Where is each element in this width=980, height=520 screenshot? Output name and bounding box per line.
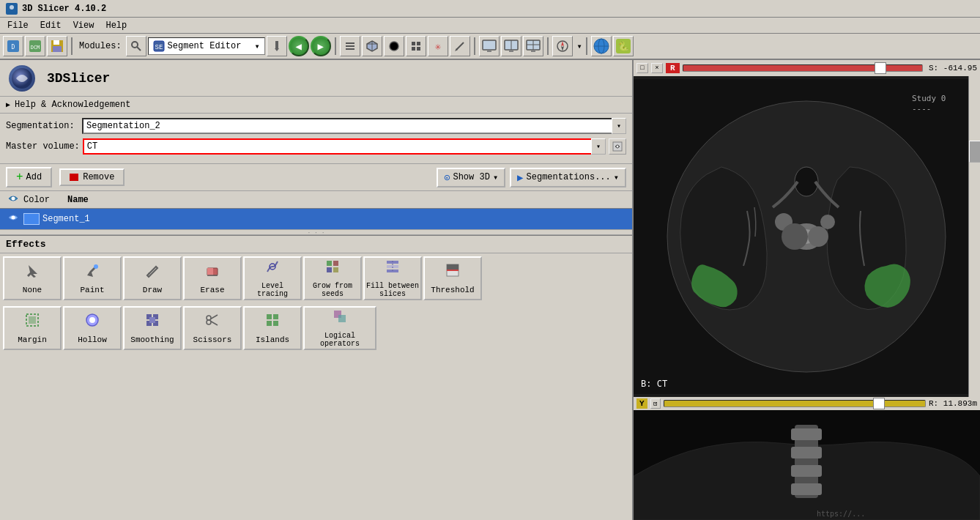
grid-btn[interactable] bbox=[406, 36, 426, 56]
ct-close-btn[interactable]: □ bbox=[636, 63, 648, 73]
module-dropdown-arrow[interactable]: ▾ bbox=[254, 41, 259, 52]
ct-y-label: Y bbox=[636, 398, 647, 409]
ct-red-slider-thumb[interactable] bbox=[875, 62, 886, 74]
pencil-btn[interactable] bbox=[450, 36, 470, 56]
ct-lower-view[interactable]: https://... bbox=[634, 410, 980, 520]
snake-btn[interactable]: 🐍 bbox=[613, 36, 634, 56]
show3d-icon: ⊙ bbox=[444, 171, 450, 184]
nav-forward-btn[interactable]: ▶ bbox=[311, 36, 331, 56]
help-section[interactable]: ▶ Help & Acknowledgement bbox=[0, 97, 632, 114]
effects-panel: Effects None bbox=[0, 235, 632, 353]
segmentation-dropdown-arrow[interactable]: ▾ bbox=[612, 118, 626, 134]
svg-text:----: ---- bbox=[912, 104, 932, 114]
none-icon bbox=[24, 262, 40, 283]
col-color-header: Color bbox=[23, 195, 67, 205]
master-volume-input[interactable] bbox=[83, 138, 591, 155]
level-tracing-label: Level tracing bbox=[245, 282, 300, 298]
remove-button[interactable]: Remove bbox=[59, 168, 125, 186]
svg-point-51 bbox=[12, 216, 15, 220]
svg-text:Study 0: Study 0 bbox=[912, 94, 946, 103]
ct-red-slider[interactable] bbox=[683, 64, 923, 72]
monitor2-btn[interactable] bbox=[501, 36, 521, 56]
level-tracing-icon bbox=[264, 259, 281, 279]
app-title: 3D Slicer 4.10.2 bbox=[22, 4, 106, 14]
menu-edit[interactable]: Edit bbox=[36, 19, 66, 32]
ct-header: □ × R S: -614.95 bbox=[634, 60, 980, 76]
compass-dropdown[interactable]: ▾ bbox=[577, 41, 582, 52]
row-vis-icon[interactable] bbox=[3, 212, 23, 226]
ct-yellow-slider-thumb[interactable] bbox=[873, 398, 885, 409]
ct-image-area[interactable]: Study 0 ---- B: CT bbox=[634, 76, 980, 397]
effect-level-tracing-btn[interactable]: Level tracing bbox=[243, 256, 302, 300]
effect-draw-btn[interactable]: Draw bbox=[123, 256, 182, 300]
effect-threshold-btn[interactable]: Threshold bbox=[423, 256, 482, 300]
nav-back-btn[interactable]: ◀ bbox=[289, 36, 309, 56]
show3d-dropdown[interactable]: ▾ bbox=[493, 172, 498, 183]
svg-line-27 bbox=[456, 42, 464, 50]
buttons-row: + Add Remove ⊙ Show 3D ▾ ▶ Segmentations… bbox=[0, 164, 632, 191]
master-volume-dropdown-arrow[interactable]: ▾ bbox=[591, 138, 606, 155]
svg-rect-7 bbox=[53, 40, 59, 45]
show3d-button[interactable]: ⊙ Show 3D ▾ bbox=[437, 168, 505, 187]
smoothing-icon bbox=[144, 312, 160, 333]
svg-rect-105 bbox=[791, 465, 822, 477]
compass-btn[interactable] bbox=[552, 36, 573, 56]
menu-file[interactable]: File bbox=[3, 19, 33, 32]
none-label: None bbox=[23, 286, 42, 294]
effect-hollow-btn[interactable]: Hollow bbox=[63, 306, 122, 350]
help-arrow-icon: ▶ bbox=[6, 100, 10, 109]
monitor3-btn[interactable] bbox=[523, 36, 543, 56]
ct-y-btn[interactable]: ⊡ bbox=[650, 398, 661, 409]
master-volume-row: Master volume: ▾ bbox=[6, 138, 626, 155]
toolbar-sep-1 bbox=[71, 37, 73, 55]
sphere-btn[interactable] bbox=[384, 36, 404, 56]
ct-yellow-slider[interactable] bbox=[664, 400, 926, 407]
modules-search-btn[interactable] bbox=[126, 36, 146, 56]
segmentations-dropdown[interactable]: ▾ bbox=[614, 172, 619, 183]
segmentations-button[interactable]: ▶ Segmentations... ▾ bbox=[510, 168, 626, 187]
pin-btn[interactable] bbox=[267, 36, 287, 56]
effect-margin-btn[interactable]: Margin bbox=[3, 306, 62, 350]
svg-marker-39 bbox=[561, 41, 564, 46]
left-panel: 3DSlicer ▶ Help & Acknowledgement Segmen… bbox=[0, 60, 634, 520]
effect-none-btn[interactable]: None bbox=[3, 256, 62, 300]
effect-islands-btn[interactable]: Islands bbox=[243, 306, 302, 350]
ct-pin-btn[interactable]: × bbox=[651, 63, 663, 73]
effect-grow-from-seeds-btn[interactable]: Grow from seeds bbox=[303, 256, 362, 300]
svg-rect-87 bbox=[338, 315, 346, 322]
table-row[interactable]: Segment_1 bbox=[0, 209, 632, 229]
paint-icon bbox=[84, 262, 100, 283]
effect-logical-operators-btn[interactable]: Logical operators bbox=[303, 306, 376, 350]
segmentation-input[interactable] bbox=[82, 118, 612, 134]
effect-paint-btn[interactable]: Paint bbox=[63, 256, 122, 300]
asterisk-btn[interactable]: ✳ bbox=[428, 36, 448, 56]
menu-help[interactable]: Help bbox=[101, 19, 131, 32]
ct-scrollbar[interactable] bbox=[968, 76, 980, 397]
svg-point-72 bbox=[89, 317, 95, 323]
add-button[interactable]: + Add bbox=[6, 167, 52, 187]
remove-label: Remove bbox=[83, 172, 114, 182]
list-btn[interactable] bbox=[340, 36, 360, 56]
dcm-btn[interactable]: DCM bbox=[25, 36, 45, 56]
ct-scrollbar-thumb[interactable] bbox=[969, 141, 980, 163]
world-btn[interactable] bbox=[591, 36, 612, 56]
master-volume-settings-btn[interactable] bbox=[609, 138, 626, 155]
effect-scissors-btn[interactable]: Scissors bbox=[183, 306, 242, 350]
menu-view[interactable]: View bbox=[69, 19, 99, 32]
effect-smoothing-btn[interactable]: Smoothing bbox=[123, 306, 182, 350]
effect-erase-btn[interactable]: Erase bbox=[183, 256, 242, 300]
data-btn[interactable]: D bbox=[3, 36, 23, 56]
erase-icon bbox=[204, 262, 220, 283]
svg-marker-40 bbox=[561, 46, 564, 51]
draw-icon bbox=[144, 262, 160, 283]
monitor-btn[interactable] bbox=[479, 36, 500, 56]
svg-rect-104 bbox=[791, 447, 822, 458]
effect-fill-between-slices-btn[interactable]: Fill between slices bbox=[363, 256, 422, 300]
cube-btn[interactable] bbox=[362, 36, 382, 56]
modules-dropdown[interactable]: SE Segment Editor ▾ bbox=[148, 37, 265, 55]
modules-label: Modules: bbox=[79, 41, 122, 51]
panel-resizer[interactable]: · · · bbox=[0, 229, 632, 235]
svg-rect-61 bbox=[333, 267, 338, 272]
save-btn[interactable] bbox=[47, 36, 67, 56]
svg-point-96 bbox=[782, 223, 808, 250]
